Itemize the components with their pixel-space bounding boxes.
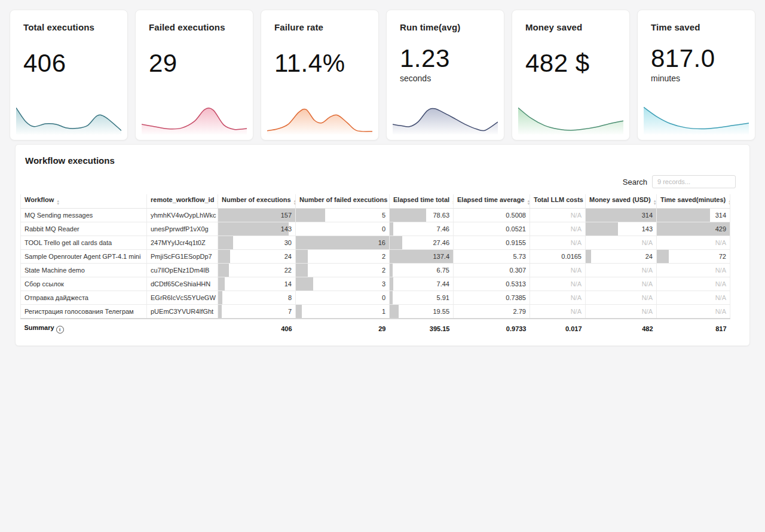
cell-value: 14 [284, 280, 292, 288]
search-label: Search [623, 178, 647, 186]
search-row: Search [16, 166, 749, 194]
table-row: Сбор ссылокdCDtf65CeShiaHHN1437.440.5313… [21, 277, 730, 291]
cell-value: 157 [281, 212, 292, 219]
data-bar [296, 277, 313, 291]
column-header-time-saved-minutes[interactable]: Time saved(minutes)▲▼ [657, 194, 730, 209]
column-header-total-llm-costs[interactable]: Total LLM costs▲▼ [530, 194, 586, 209]
cell-workflow: Регистрация голосования Телеграм [21, 305, 147, 319]
cell-value: 2 [382, 267, 385, 274]
card-unit: seconds [400, 74, 491, 83]
cell-value: 8 [288, 294, 292, 301]
data-bar [390, 291, 393, 304]
cell-value: Отправка дайджеста [25, 294, 88, 301]
cell-total-llm-costs: N/A [530, 264, 586, 277]
cell-value: 22 [284, 267, 292, 274]
cell-value: N/A [715, 280, 726, 288]
cell-value: N/A [571, 280, 582, 288]
column-header-money-saved-usd[interactable]: Money saved (USD)▲▼ [586, 194, 657, 209]
cell-time-saved-minutes: N/A [657, 264, 730, 277]
cell-value: 429 [715, 225, 726, 233]
search-input[interactable] [652, 175, 736, 188]
table-body: MQ Sending messagesyhmhKV4wOypLhWkc15757… [21, 209, 730, 319]
column-header-elapsed-time-average[interactable]: Elapsed time average▲▼ [454, 194, 530, 209]
table-row: Регистрация голосования ТелеграмpUEmC3YV… [21, 305, 730, 319]
summary-value-time-saved-minutes: 817 [657, 319, 730, 335]
cell-elapsed-time-average: 0.9155 [454, 236, 530, 250]
cell-value: 7.44 [437, 280, 449, 288]
summary-value-money-saved-usd: 482 [586, 319, 657, 335]
cell-value: Сбор ссылок [25, 280, 64, 288]
data-bar [390, 222, 393, 236]
cell-money-saved-usd: N/A [586, 264, 657, 277]
data-bar [586, 250, 591, 263]
cell-value: MQ Sending messages [25, 212, 93, 219]
cell-value: N/A [571, 267, 582, 274]
cell-elapsed-time-total: 27.46 [390, 236, 454, 250]
cell-value: dCDtf65CeShiaHHN [151, 280, 210, 288]
cell-value: 19.55 [433, 308, 449, 315]
cell-value: N/A [715, 267, 726, 274]
data-bar [296, 209, 325, 222]
cell-number-of-failed-executions: 16 [296, 236, 390, 250]
cell-value: N/A [571, 212, 582, 219]
card-value: 406 [23, 50, 114, 77]
cell-value: 6.75 [437, 267, 449, 274]
summary-label: Summary [25, 324, 54, 331]
column-label: Workflow [25, 196, 54, 203]
cell-value: cu7IlOpENz1Dm4IB [151, 267, 209, 274]
cell-value: 1 [382, 308, 385, 315]
cell-time-saved-minutes: N/A [657, 236, 730, 250]
column-header-number-of-executions[interactable]: Number of executions▲▼ [218, 194, 296, 209]
cell-value: 24 [645, 253, 653, 260]
cell-elapsed-time-average: 0.5313 [454, 277, 530, 291]
kpi-card-money-saved: Money saved482 $ [512, 10, 630, 140]
info-icon[interactable]: i [56, 326, 64, 334]
data-bar [218, 277, 225, 291]
cell-value: Регистрация голосования Телеграм [25, 308, 134, 315]
cell-workflow: Sample Openrouter Agent GPT-4.1 mini [21, 250, 147, 264]
column-header-remote-workflow-id[interactable]: remote_workflow_id▲▼ [147, 194, 218, 209]
cell-money-saved-usd: N/A [586, 277, 657, 291]
cell-value: N/A [642, 294, 653, 301]
card-value: 11.4% [274, 50, 365, 77]
cell-value: 5.73 [513, 253, 526, 260]
cell-value: 0.0165 [561, 253, 582, 260]
cell-value: 72 [719, 253, 726, 260]
cell-value: N/A [715, 294, 726, 301]
column-header-elapsed-time-total[interactable]: Elapsed time total▲▼ [390, 194, 454, 209]
cell-value: 0.7385 [506, 294, 526, 301]
cell-elapsed-time-total: 137.4 [390, 250, 454, 264]
cell-remote-workflow-id: yhmhKV4wOypLhWkc [147, 209, 218, 222]
workflow-executions-card: Workflow executions Search Workflow▲▼rem… [15, 144, 750, 346]
cell-elapsed-time-average: 0.307 [454, 264, 530, 277]
cell-money-saved-usd: 24 [586, 250, 657, 264]
cell-money-saved-usd: 314 [586, 209, 657, 222]
cell-remote-workflow-id: cu7IlOpENz1Dm4IB [147, 264, 218, 277]
cell-number-of-executions: 7 [218, 305, 296, 319]
cell-value: 0 [382, 225, 385, 233]
cell-value: Sample Openrouter Agent GPT-4.1 mini [25, 253, 140, 260]
cell-total-llm-costs: 0.0165 [530, 250, 586, 264]
cell-value: 247MYylJcr4q1t0Z [151, 239, 206, 246]
card-title: Total executions [23, 22, 114, 32]
cell-time-saved-minutes: N/A [657, 305, 730, 319]
summary-value-elapsed-time-average: 0.9733 [454, 319, 530, 335]
table-row: Отправка дайджестаEGrR6IcVcS5YUeGW805.91… [21, 291, 730, 305]
cell-value: 5 [382, 212, 385, 219]
data-bar [296, 305, 302, 318]
kpi-card-failure-rate: Failure rate11.4% [261, 10, 379, 140]
column-label: Money saved (USD) [589, 196, 651, 203]
column-header-number-of-failed-executions[interactable]: Number of failed executions▲▼ [296, 194, 390, 209]
data-bar [657, 250, 669, 263]
column-header-workflow[interactable]: Workflow▲▼ [21, 194, 147, 209]
summary-label-cell: Summaryi [21, 319, 218, 335]
cell-number-of-failed-executions: 2 [296, 264, 390, 277]
data-bar [390, 209, 426, 222]
summary-value-number-of-failed-executions: 29 [296, 319, 390, 335]
card-value: 482 $ [525, 50, 616, 77]
card-title: Failed executions [149, 22, 240, 32]
summary-row: Summaryi40629395.150.97330.017482817 [21, 319, 730, 335]
cell-value: N/A [571, 225, 582, 233]
table-row: Sample Openrouter Agent GPT-4.1 miniPmji… [21, 250, 730, 264]
cell-remote-workflow-id: dCDtf65CeShiaHHN [147, 277, 218, 291]
